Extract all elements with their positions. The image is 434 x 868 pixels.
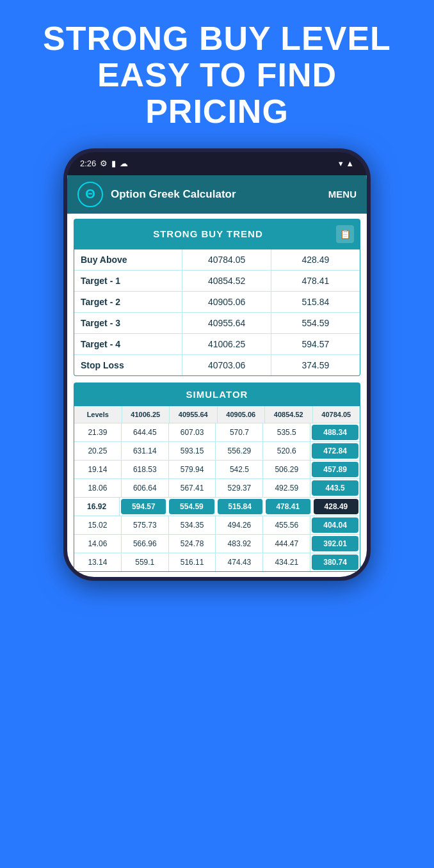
sim-cell-value: 570.7 [216,423,263,441]
sim-cell-value: 593.15 [169,442,216,460]
buy-val2: 478.41 [271,271,360,291]
sim-cell-value: 559.1 [122,553,169,571]
buy-row: Target - 2 40905.06 515.84 [74,292,360,313]
sim-data-row: 14.06566.96524.78483.92444.47392.01 [74,535,360,553]
app-header: Θ Option Greek Calculator MENU [67,175,367,214]
sim-cell-value: 380.74 [312,555,358,570]
sim-header-cell: Levels [74,406,122,423]
phone-mockup: 2:26 ⚙ ▮ ☁ ▾ ▲ Θ Option Greek Calculator… [0,143,434,581]
buy-val1: 40905.06 [182,292,271,312]
buy-trend-header: STRONG BUY TREND 📋 [74,219,360,249]
sim-header-cell: 40784.05 [313,406,360,423]
sim-cell-value: 506.29 [263,461,310,478]
sim-cell-value: 434.21 [263,553,310,571]
simulator-table: Levels41006.2540955.6440905.0640854.5240… [74,406,360,572]
sim-row-label: 14.06 [74,535,122,553]
buy-val1: 41006.25 [182,334,271,354]
buy-row: Buy Above 40784.05 428.49 [74,249,360,271]
sim-cell-value: 488.34 [312,425,358,440]
sim-cell-value: 483.92 [216,535,263,553]
sim-cell-value: 404.04 [312,517,358,533]
battery-icon: ▮ [111,159,116,168]
buy-row: Target - 4 41006.25 594.57 [74,334,360,355]
app-logo: Θ [77,182,103,207]
sim-data-row: 21.39644.45607.03570.7535.5488.34 [74,423,360,442]
gear-icon: ⚙ [100,159,108,168]
copy-icon[interactable]: 📋 [336,225,354,243]
sim-cell-value: 492.59 [263,479,310,497]
cloud-icon: ☁ [120,159,128,168]
buy-trend-table: Buy Above 40784.05 428.49 Target - 1 408… [74,249,360,376]
signal-icon: ▲ [346,159,354,168]
sim-cell-value: 607.03 [169,423,216,441]
sim-cell-value: 474.43 [216,553,263,571]
sim-cell-value: 428.49 [314,499,358,514]
sim-row-label: 18.06 [74,479,122,497]
sim-row-label: 20.25 [74,442,122,460]
sim-cell-value: 529.37 [216,479,263,497]
buy-trend-title: STRONG BUY TREND [80,228,336,239]
sim-cell-value: 606.64 [122,479,169,497]
sim-cell-value: 554.59 [169,499,214,514]
sim-header-cell: 40955.64 [170,406,218,423]
sim-data-row: 20.25631.14593.15556.29520.6472.84 [74,442,360,461]
sim-row-label: 16.92 [74,498,120,516]
sim-cell-value: 567.41 [169,479,216,497]
status-bar: 2:26 ⚙ ▮ ☁ ▾ ▲ [67,152,367,175]
sim-cell-value: 524.78 [169,535,216,553]
buy-val1: 40854.52 [182,271,271,291]
sim-cell-value: 618.53 [122,461,169,478]
sim-cell-value: 566.96 [122,535,169,553]
sim-cell-value: 392.01 [312,536,358,551]
sim-cell-value: 494.26 [216,516,263,534]
sim-cell-value: 542.5 [216,461,263,478]
sim-row-label: 15.02 [74,516,122,534]
time-display: 2:26 [80,159,96,168]
sim-cell-value: 575.73 [122,516,169,534]
sim-cell-value: 579.94 [169,461,216,478]
buy-val2: 428.49 [271,249,360,270]
sim-cell-value: 478.41 [266,499,311,514]
sim-cell-value: 520.6 [263,442,310,460]
sim-cell-value: 472.84 [312,443,358,459]
buy-val2: 594.57 [271,334,360,354]
buy-val2: 374.59 [271,355,360,375]
menu-button[interactable]: MENU [328,189,357,200]
buy-val1: 40784.05 [182,249,271,270]
sim-header-row: Levels41006.2540955.6440905.0640854.5240… [74,406,360,423]
sim-row-label: 21.39 [74,423,122,441]
app-title: Option Greek Calculator [111,188,321,201]
sim-row-label: 19.14 [74,461,122,478]
sim-data-row: 16.92594.57554.59515.84478.41428.49 [74,498,360,516]
buy-row: Target - 3 40955.64 554.59 [74,313,360,334]
sim-header-cell: 40905.06 [218,406,266,423]
buy-val1: 40703.06 [182,355,271,375]
sim-cell-value: 444.47 [263,535,310,553]
buy-row: Target - 1 40854.52 478.41 [74,271,360,292]
sim-cell-value: 594.57 [121,499,166,514]
sim-data-row: 13.14559.1516.11474.43434.21380.74 [74,553,360,571]
sim-header-cell: 40854.52 [265,406,313,423]
sim-header-cell: 41006.25 [122,406,170,423]
buy-val2: 515.84 [271,292,360,312]
sim-cell-value: 457.89 [312,462,358,477]
status-right: ▾ ▲ [339,159,354,168]
sim-cell-value: 644.45 [122,423,169,441]
buy-label: Target - 4 [74,334,182,354]
sim-row-label: 13.14 [74,553,122,571]
sim-data-row: 19.14618.53579.94542.5506.29457.89 [74,461,360,479]
sim-cell-value: 534.35 [169,516,216,534]
buy-label: Target - 3 [74,313,182,333]
sim-cell-value: 631.14 [122,442,169,460]
sim-data-row: 18.06606.64567.41529.37492.59443.5 [74,479,360,498]
sim-cell-value: 535.5 [263,423,310,441]
sim-cell-value: 515.84 [218,499,263,514]
buy-label: Target - 2 [74,292,182,312]
hero-title: STRONG BUY LEVEL EASY TO FIND PRICING [26,20,408,130]
sim-cell-value: 516.11 [169,553,216,571]
buy-row: Stop Loss 40703.06 374.59 [74,355,360,375]
phone-screen: Θ Option Greek Calculator MENU STRONG BU… [67,175,367,577]
sim-cell-value: 556.29 [216,442,263,460]
hero-section: STRONG BUY LEVEL EASY TO FIND PRICING [0,0,434,143]
wifi-icon: ▾ [339,159,343,168]
